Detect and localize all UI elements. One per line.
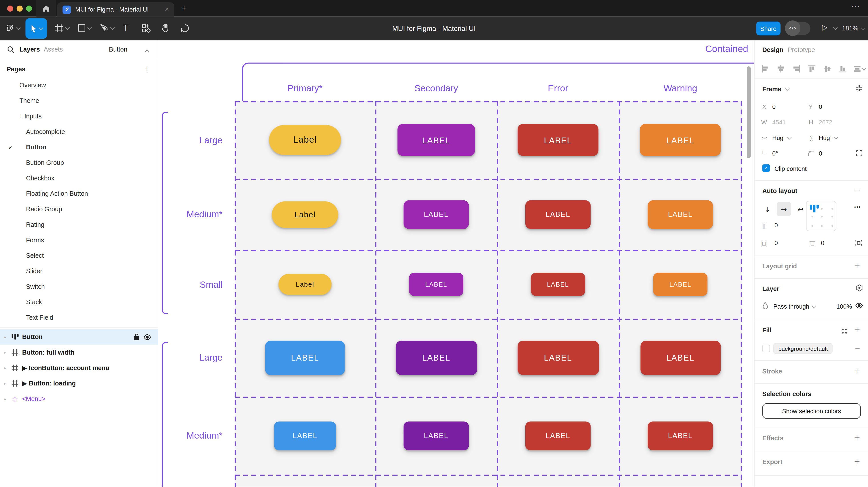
mui-button-variant[interactable]: LABEL <box>517 340 599 375</box>
sidebar-page-item[interactable]: Text Field <box>0 310 158 325</box>
frame-title[interactable]: Contained <box>705 44 748 55</box>
h-value[interactable]: 2672 <box>819 119 832 126</box>
pen-tool-button[interactable] <box>100 23 108 33</box>
tab-design[interactable]: Design <box>762 46 783 53</box>
auto-layout-down-button[interactable]: ↓ <box>760 202 774 217</box>
mui-button-variant[interactable]: LABEL <box>640 340 720 375</box>
add-layout-grid-button[interactable]: + <box>854 261 860 270</box>
page-selector[interactable]: Button <box>109 46 127 53</box>
blend-mode-value[interactable]: Pass through <box>773 303 809 310</box>
sidebar-page-item[interactable]: Slider <box>0 263 158 279</box>
hug-vertical-value[interactable]: Hug <box>819 134 830 141</box>
layer-visibility-icon[interactable] <box>144 334 151 340</box>
layer-row[interactable]: ▸Button: full width <box>0 345 158 360</box>
zoom-level[interactable]: 181% <box>842 25 858 32</box>
sidebar-page-item[interactable]: Stack <box>0 294 158 310</box>
add-fill-button[interactable]: + <box>854 325 860 334</box>
align-bottom-icon[interactable] <box>839 65 847 73</box>
search-icon[interactable] <box>7 46 14 53</box>
mui-button-variant[interactable]: LABEL <box>648 421 713 450</box>
mui-button-variant[interactable]: LABEL <box>265 340 345 375</box>
sidebar-page-item[interactable]: ✓Button <box>0 139 158 155</box>
dev-mode-toggle[interactable]: </> <box>786 22 811 35</box>
hand-tool-button[interactable] <box>161 23 170 33</box>
layer-row[interactable]: ▸▶ IconButton: account menu <box>0 360 158 376</box>
actions-tool-button[interactable] <box>142 24 151 33</box>
mui-button-variant[interactable]: Label <box>269 125 341 155</box>
add-effect-button[interactable]: + <box>854 433 860 442</box>
layer-unlock-icon[interactable] <box>133 333 140 340</box>
sidebar-page-item[interactable]: Select <box>0 248 158 263</box>
layer-row[interactable]: ▸◇<Menu> <box>0 391 158 407</box>
layer-row[interactable]: ▸Button <box>0 329 158 345</box>
show-selection-colors-button[interactable]: Show selection colors <box>762 403 861 419</box>
add-export-button[interactable]: + <box>854 457 860 466</box>
sidebar-page-item[interactable]: ↓ Inputs <box>0 108 158 124</box>
canvas-scrollbar[interactable] <box>747 66 751 158</box>
new-tab-button[interactable]: + <box>181 4 187 12</box>
sidebar-page-item[interactable]: Floating Action Button <box>0 186 158 201</box>
independent-corners-icon[interactable] <box>856 150 863 157</box>
remove-auto-layout-button[interactable]: − <box>854 186 860 194</box>
layer-expand-chevron-icon[interactable]: ▸ <box>4 365 6 370</box>
sidebar-page-item[interactable]: Forms <box>0 232 158 248</box>
distribute-icon[interactable] <box>853 65 861 73</box>
sidebar-page-item[interactable]: Radio Group <box>0 201 158 217</box>
comment-tool-button[interactable] <box>181 24 189 33</box>
fill-styles-icon[interactable] <box>842 329 847 333</box>
align-top-icon[interactable] <box>808 65 816 73</box>
traffic-close-button[interactable] <box>7 5 13 11</box>
layer-expand-chevron-icon[interactable]: ▸ <box>4 334 6 339</box>
y-value[interactable]: 0 <box>819 103 822 110</box>
add-stroke-button[interactable]: + <box>854 366 860 375</box>
mui-button-variant[interactable]: LABEL <box>518 124 598 156</box>
mui-button-variant[interactable]: Label <box>272 201 338 228</box>
tab-prototype[interactable]: Prototype <box>788 46 815 53</box>
layer-opacity-value[interactable]: 100% <box>836 303 852 310</box>
tab-layers[interactable]: Layers <box>19 46 40 53</box>
mui-button-variant[interactable]: LABEL <box>653 272 708 296</box>
w-value[interactable]: 4541 <box>772 119 786 126</box>
traffic-minimize-button[interactable] <box>17 5 23 11</box>
hug-horizontal-value[interactable]: Hug <box>772 134 783 141</box>
document-tab[interactable]: MUI for Figma - Material UI × <box>57 2 174 17</box>
sidebar-page-item[interactable]: Autocomplete <box>0 124 158 139</box>
align-right-icon[interactable] <box>792 65 800 73</box>
sidebar-page-item[interactable]: Theme <box>0 93 158 108</box>
sidebar-page-item[interactable]: Switch <box>0 279 158 294</box>
layer-expand-chevron-icon[interactable]: ▸ <box>4 396 6 401</box>
layer-row[interactable]: ▸▶ Button: loading <box>0 376 158 391</box>
fill-color-swatch[interactable] <box>762 345 770 352</box>
window-more-icon[interactable]: ··· <box>851 2 860 10</box>
remove-fill-button[interactable]: − <box>855 345 860 352</box>
tab-close-icon[interactable]: × <box>165 5 169 13</box>
auto-layout-right-button[interactable]: → <box>777 202 791 217</box>
move-tool-button[interactable] <box>26 18 47 39</box>
mui-button-variant[interactable]: LABEL <box>409 272 463 296</box>
mui-button-variant[interactable]: LABEL <box>404 421 469 450</box>
mui-button-variant[interactable]: LABEL <box>398 124 475 156</box>
auto-layout-wrap-button[interactable]: ↩ <box>793 202 808 217</box>
add-page-button[interactable]: + <box>144 65 150 73</box>
individual-padding-icon[interactable] <box>855 239 862 246</box>
traffic-zoom-button[interactable] <box>26 5 32 11</box>
mui-button-variant[interactable]: LABEL <box>525 200 591 229</box>
x-value[interactable]: 0 <box>772 103 776 110</box>
auto-layout-alignment-matrix[interactable] <box>806 201 836 231</box>
align-v-center-icon[interactable] <box>823 65 831 73</box>
rotation-value[interactable]: 0° <box>772 150 778 157</box>
mui-button-variant[interactable]: LABEL <box>396 340 477 375</box>
frame-section-title[interactable]: Frame <box>762 86 781 92</box>
shape-tool-button[interactable] <box>78 24 86 32</box>
frame-tool-button[interactable] <box>55 24 64 33</box>
align-left-icon[interactable] <box>761 65 769 73</box>
mui-button-variant[interactable]: LABEL <box>274 421 336 450</box>
layer-expand-chevron-icon[interactable]: ▸ <box>4 350 6 355</box>
clip-content-checkbox[interactable]: ✓ <box>762 164 770 172</box>
sidebar-page-item[interactable]: Overview <box>0 77 158 93</box>
mui-button-variant[interactable]: LABEL <box>648 200 713 229</box>
home-button[interactable] <box>36 0 56 17</box>
mui-button-variant[interactable]: LABEL <box>531 272 585 296</box>
blend-mode-icon[interactable] <box>856 284 863 291</box>
gap-value[interactable]: 0 <box>774 222 778 228</box>
